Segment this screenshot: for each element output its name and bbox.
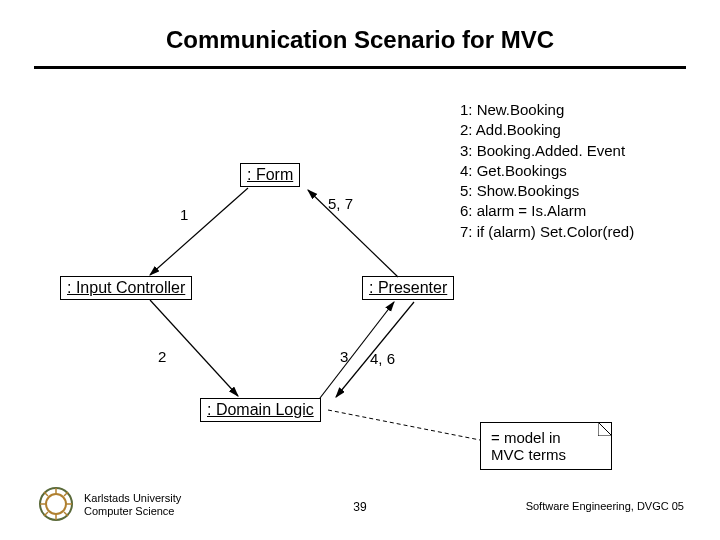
box-presenter-label: : Presenter [369, 279, 447, 296]
message-legend: 1: New.Booking 2: Add.Booking 3: Booking… [460, 100, 634, 242]
edge-label-57: 5, 7 [328, 195, 353, 212]
box-domain-logic-label: : Domain Logic [207, 401, 314, 418]
edge-label-46: 4, 6 [370, 350, 395, 367]
svg-line-5 [328, 410, 480, 440]
legend-line: 1: New.Booking [460, 100, 634, 120]
box-domain-logic: : Domain Logic [200, 398, 321, 422]
arrows-layer [0, 0, 720, 540]
legend-line: 6: alarm = Is.Alarm [460, 201, 634, 221]
box-form: : Form [240, 163, 300, 187]
title-underline [34, 66, 686, 69]
note-line2: MVC terms [491, 446, 601, 463]
box-form-label: : Form [247, 166, 293, 183]
box-presenter: : Presenter [362, 276, 454, 300]
legend-line: 2: Add.Booking [460, 120, 634, 140]
footer-course: Software Engineering, DVGC 05 [526, 500, 684, 512]
legend-line: 3: Booking.Added. Event [460, 141, 634, 161]
legend-line: 4: Get.Bookings [460, 161, 634, 181]
note-line1: = model in [491, 429, 601, 446]
edge-label-1: 1 [180, 206, 188, 223]
slide: Communication Scenario for MVC : Form : … [0, 0, 720, 540]
page-title: Communication Scenario for MVC [0, 26, 720, 54]
legend-line: 7: if (alarm) Set.Color(red) [460, 222, 634, 242]
edge-label-3: 3 [340, 348, 348, 365]
edge-label-2: 2 [158, 348, 166, 365]
svg-line-0 [150, 188, 248, 275]
note-model: = model in MVC terms [480, 422, 612, 470]
box-input-controller-label: : Input Controller [67, 279, 185, 296]
box-input-controller: : Input Controller [60, 276, 192, 300]
note-fold-icon [598, 422, 612, 436]
legend-line: 5: Show.Bookings [460, 181, 634, 201]
